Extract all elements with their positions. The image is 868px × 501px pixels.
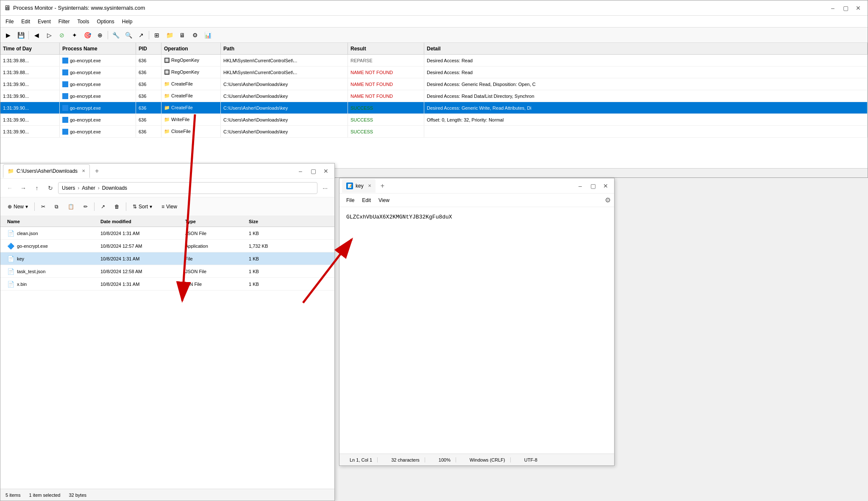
copy-button[interactable]: ⧉ xyxy=(51,202,62,212)
view-label: View xyxy=(166,204,177,210)
cut-button[interactable]: ✂ xyxy=(37,202,49,212)
notepad-tab-add[interactable]: + xyxy=(377,182,388,190)
procmon-table-body: 1:31:39.88... go-encrypt.exe 636 🔲 RegOp… xyxy=(0,55,868,138)
menu-options[interactable]: Options xyxy=(93,17,117,26)
breadcrumb-users[interactable]: Users xyxy=(62,185,75,191)
col-name[interactable]: Name xyxy=(6,219,99,224)
notepad-tab[interactable]: 📝 key ✕ xyxy=(342,179,376,193)
table-row[interactable]: 1:31:39.90... go-encrypt.exe 636 📁 Creat… xyxy=(0,102,868,114)
cell-operation: 📁 CloseFile xyxy=(161,126,221,137)
notepad-maximize-button[interactable]: ▢ xyxy=(587,180,599,192)
explorer-tab-close[interactable]: ✕ xyxy=(82,169,85,173)
file-row[interactable]: 📄 x.bin 10/8/2024 1:31 AM BIN File 1 KB xyxy=(0,278,334,291)
share-button[interactable]: ↗ xyxy=(97,202,109,212)
col-path[interactable]: Path xyxy=(221,43,348,54)
toolbar-wrench-btn[interactable]: 🔧 xyxy=(110,29,122,41)
procmon-minimize-button[interactable]: – xyxy=(827,2,839,14)
toolbar-search-btn[interactable]: 🔍 xyxy=(122,29,134,41)
explorer-tab-active[interactable]: 📁 C:\Users\Asher\Downloads ✕ xyxy=(3,164,90,178)
table-row[interactable]: 1:31:39.90... go-encrypt.exe 636 📁 Creat… xyxy=(0,78,868,90)
file-name: 📄 task_test.json xyxy=(6,268,99,275)
cell-detail: Offset: 0, Length: 32, Priority: Normal xyxy=(424,114,868,125)
col-operation[interactable]: Operation xyxy=(161,43,221,54)
breadcrumb-asher[interactable]: Asher xyxy=(82,185,95,191)
col-process[interactable]: Process Name xyxy=(60,43,136,54)
toolbar-grid-btn[interactable]: ⊞ xyxy=(151,29,163,41)
rename-button[interactable]: ✏ xyxy=(80,202,92,212)
menu-edit[interactable]: Edit xyxy=(18,17,33,26)
toolbar-back-btn[interactable]: ◀ xyxy=(31,29,42,41)
toolbar-chart-btn[interactable]: 📊 xyxy=(202,29,214,41)
file-modified: 10/8/2024 1:31 AM xyxy=(99,256,184,261)
cell-pid: 636 xyxy=(136,78,161,90)
nav-refresh-btn[interactable]: ↻ xyxy=(45,182,56,194)
view-button[interactable]: ≡ View xyxy=(158,202,181,212)
table-row[interactable]: 1:31:39.90... go-encrypt.exe 636 📁 Creat… xyxy=(0,90,868,102)
col-modified[interactable]: Date modified xyxy=(99,219,184,224)
menu-tools[interactable]: Tools xyxy=(74,17,92,26)
file-row[interactable]: 📄 task_test.json 10/8/2024 12:58 AM JSON… xyxy=(0,265,334,278)
menu-file[interactable]: File xyxy=(2,17,17,26)
toolbar-target-btn[interactable]: 🎯 xyxy=(81,29,93,41)
explorer-maximize-button[interactable]: ▢ xyxy=(307,165,319,177)
nav-forward-btn[interactable]: → xyxy=(17,182,29,194)
new-button[interactable]: ⊕ New ▾ xyxy=(4,202,32,212)
notepad-minimize-button[interactable]: – xyxy=(574,180,586,192)
toolbar-filter-btn[interactable]: ⊘ xyxy=(56,29,68,41)
table-row[interactable]: 1:31:39.90... go-encrypt.exe 636 📁 Write… xyxy=(0,114,868,126)
procmon-maximize-button[interactable]: ▢ xyxy=(840,2,851,14)
view-icon: ≡ xyxy=(161,204,164,210)
explorer-minimize-button[interactable]: – xyxy=(295,165,306,177)
paste-button[interactable]: 📋 xyxy=(64,202,78,212)
delete-button[interactable]: 🗑 xyxy=(111,202,123,212)
toolbar-network-btn[interactable]: 🖥 xyxy=(176,29,188,41)
notepad-menu-file[interactable]: File xyxy=(343,197,358,204)
col-type[interactable]: Type xyxy=(184,219,247,224)
col-detail[interactable]: Detail xyxy=(424,43,868,54)
file-list-body: 📄 clean.json 10/8/2024 1:31 AM JSON File… xyxy=(0,227,334,291)
file-row[interactable]: 📄 clean.json 10/8/2024 1:31 AM JSON File… xyxy=(0,227,334,240)
nav-up-btn[interactable]: ↑ xyxy=(31,182,43,194)
notepad-content-area[interactable]: GLZCxhVbUaX6X2KMGNtYJB32KgFu8duX xyxy=(339,207,614,419)
toolbar-highlight-btn[interactable]: ✦ xyxy=(69,29,81,41)
breadcrumb-downloads[interactable]: Downloads xyxy=(102,185,127,191)
menu-help[interactable]: Help xyxy=(119,17,136,26)
notepad-menu-edit[interactable]: Edit xyxy=(359,197,374,204)
new-label: New xyxy=(14,204,24,210)
copy-icon: ⧉ xyxy=(55,204,58,210)
notepad-tab-close[interactable]: ✕ xyxy=(368,183,371,188)
cell-operation: 📁 CreateFile xyxy=(161,90,221,102)
delete-icon: 🗑 xyxy=(114,204,120,210)
explorer-tab-add[interactable]: + xyxy=(92,167,102,175)
cell-path: C:\Users\Asher\Downloads\key xyxy=(221,114,348,125)
procmon-close-button[interactable]: ✕ xyxy=(852,2,864,14)
nav-more-btn[interactable]: ··· xyxy=(319,182,331,194)
menu-event[interactable]: Event xyxy=(34,17,54,26)
toolbar-folder-btn[interactable]: 📁 xyxy=(164,29,175,41)
notepad-tabs: 📝 key ✕ + xyxy=(342,179,574,193)
toolbar-capture-btn[interactable]: ▶ xyxy=(2,29,14,41)
col-pid[interactable]: PID xyxy=(136,43,161,54)
table-row[interactable]: 1:31:39.90... go-encrypt.exe 636 📁 Close… xyxy=(0,126,868,138)
toolbar-settings-btn[interactable]: ⚙ xyxy=(189,29,201,41)
table-row[interactable]: 1:31:39.88... go-encrypt.exe 636 🔲 RegOp… xyxy=(0,55,868,66)
col-time[interactable]: Time of Day xyxy=(0,43,60,54)
notepad-menu-items: File Edit View xyxy=(343,197,393,204)
col-size[interactable]: Size xyxy=(247,219,281,224)
table-row[interactable]: 1:31:39.88... go-encrypt.exe 636 🔲 RegOp… xyxy=(0,66,868,78)
toolbar-crossref-btn[interactable]: ⊕ xyxy=(94,29,106,41)
toolbar-forward-btn[interactable]: ▷ xyxy=(43,29,55,41)
file-row[interactable]: 🔷 go-encrypt.exe 10/8/2024 12:57 AM Appl… xyxy=(0,240,334,252)
toolbar-jump-btn[interactable]: ↗ xyxy=(135,29,147,41)
notepad-settings-btn[interactable]: ⚙ xyxy=(605,196,611,204)
col-result[interactable]: Result xyxy=(348,43,424,54)
notepad-menu-view[interactable]: View xyxy=(375,197,393,204)
address-bar[interactable]: Users › Asher › Downloads xyxy=(58,182,317,194)
file-row[interactable]: 📄 key 10/8/2024 1:31 AM File 1 KB xyxy=(0,252,334,265)
explorer-close-button[interactable]: ✕ xyxy=(320,165,332,177)
sort-button[interactable]: ⇅ Sort ▾ xyxy=(129,202,156,212)
toolbar-save-btn[interactable]: 💾 xyxy=(15,29,27,41)
notepad-close-button[interactable]: ✕ xyxy=(600,180,612,192)
menu-filter[interactable]: Filter xyxy=(55,17,73,26)
cell-time: 1:31:39.90... xyxy=(0,78,60,90)
